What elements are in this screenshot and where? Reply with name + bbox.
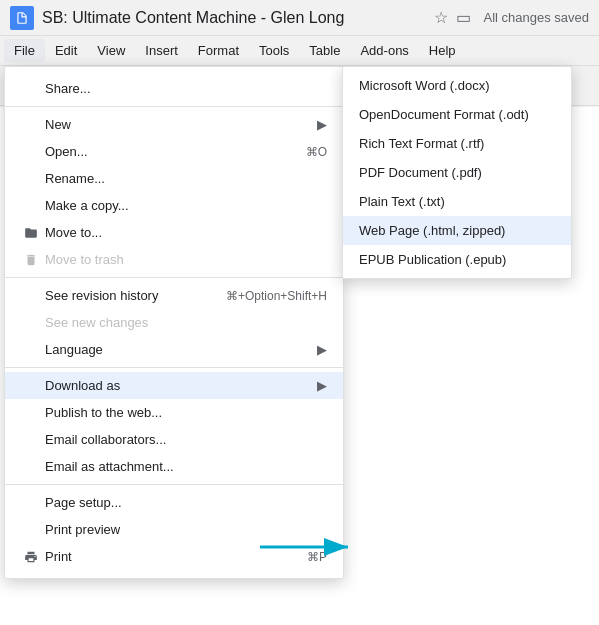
- menu-edit[interactable]: Edit: [45, 39, 87, 62]
- submenu-rtf[interactable]: Rich Text Format (.rtf): [343, 129, 571, 158]
- copy-label: Make a copy...: [45, 198, 327, 213]
- revision-label: See revision history: [45, 288, 206, 303]
- menu-file[interactable]: File: [4, 39, 45, 62]
- file-menu-dropdown: Share... New ▶ Open... ⌘O Rename... Make…: [4, 66, 344, 579]
- menu-move-to[interactable]: Move to...: [5, 219, 343, 246]
- download-submenu: Microsoft Word (.docx) OpenDocument Form…: [342, 66, 572, 279]
- submenu-docx[interactable]: Microsoft Word (.docx): [343, 71, 571, 100]
- title-bar: SB: Ultimate Content Machine - Glen Long…: [0, 0, 599, 36]
- revision-shortcut: ⌘+Option+Shift+H: [226, 289, 327, 303]
- pdf-label: PDF Document (.pdf): [359, 165, 482, 180]
- docx-label: Microsoft Word (.docx): [359, 78, 490, 93]
- submenu-pdf[interactable]: PDF Document (.pdf): [343, 158, 571, 187]
- submenu-html[interactable]: Web Page (.html, zipped): [343, 216, 571, 245]
- menu-format[interactable]: Format: [188, 39, 249, 62]
- download-arrow: ▶: [317, 378, 327, 393]
- new-arrow: ▶: [317, 117, 327, 132]
- download-as-label: Download as: [45, 378, 309, 393]
- menu-trash: Move to trash: [5, 246, 343, 273]
- menu-help[interactable]: Help: [419, 39, 466, 62]
- epub-label: EPUB Publication (.epub): [359, 252, 506, 267]
- email-collab-label: Email collaborators...: [45, 432, 327, 447]
- menu-tools[interactable]: Tools: [249, 39, 299, 62]
- folder-move-icon: [21, 226, 41, 240]
- star-icon[interactable]: ☆: [434, 8, 448, 27]
- new-changes-label: See new changes: [45, 315, 327, 330]
- submenu-txt[interactable]: Plain Text (.txt): [343, 187, 571, 216]
- submenu-odt[interactable]: OpenDocument Format (.odt): [343, 100, 571, 129]
- menu-language[interactable]: Language ▶: [5, 336, 343, 363]
- menu-page-setup[interactable]: Page setup...: [5, 489, 343, 516]
- trash-label: Move to trash: [45, 252, 327, 267]
- open-shortcut: ⌘O: [306, 145, 327, 159]
- move-to-label: Move to...: [45, 225, 327, 240]
- menu-section-print: Page setup... Print preview Print ⌘P: [5, 485, 343, 574]
- menu-open[interactable]: Open... ⌘O: [5, 138, 343, 165]
- saved-status: All changes saved: [483, 10, 589, 25]
- menu-section-revision: See revision history ⌘+Option+Shift+H Se…: [5, 278, 343, 368]
- menu-new[interactable]: New ▶: [5, 111, 343, 138]
- menu-revision[interactable]: See revision history ⌘+Option+Shift+H: [5, 282, 343, 309]
- menu-section-file-ops: New ▶ Open... ⌘O Rename... Make a copy..…: [5, 107, 343, 278]
- menu-insert[interactable]: Insert: [135, 39, 188, 62]
- submenu-epub[interactable]: EPUB Publication (.epub): [343, 245, 571, 274]
- email-attach-label: Email as attachment...: [45, 459, 327, 474]
- share-label: Share...: [45, 81, 327, 96]
- menu-share[interactable]: Share...: [5, 75, 343, 102]
- menu-bar: File Edit View Insert Format Tools Table…: [0, 36, 599, 66]
- language-label: Language: [45, 342, 309, 357]
- menu-table[interactable]: Table: [299, 39, 350, 62]
- menu-section-share: Share...: [5, 71, 343, 107]
- rtf-label: Rich Text Format (.rtf): [359, 136, 484, 151]
- menu-rename[interactable]: Rename...: [5, 165, 343, 192]
- menu-publish[interactable]: Publish to the web...: [5, 399, 343, 426]
- publish-label: Publish to the web...: [45, 405, 327, 420]
- language-arrow: ▶: [317, 342, 327, 357]
- menu-email-attach[interactable]: Email as attachment...: [5, 453, 343, 480]
- doc-icon: [10, 6, 34, 30]
- menu-download-as[interactable]: Download as ▶: [5, 372, 343, 399]
- new-label: New: [45, 117, 309, 132]
- document-title: SB: Ultimate Content Machine - Glen Long: [42, 9, 434, 27]
- menu-section-download: Download as ▶ Publish to the web... Emai…: [5, 368, 343, 485]
- menu-new-changes: See new changes: [5, 309, 343, 336]
- menu-email-collab[interactable]: Email collaborators...: [5, 426, 343, 453]
- folder-icon[interactable]: ▭: [456, 8, 471, 27]
- print-label: Print: [45, 549, 287, 564]
- menu-copy[interactable]: Make a copy...: [5, 192, 343, 219]
- print-preview-label: Print preview: [45, 522, 327, 537]
- menu-view[interactable]: View: [87, 39, 135, 62]
- odt-label: OpenDocument Format (.odt): [359, 107, 529, 122]
- title-icons: ☆ ▭: [434, 8, 471, 27]
- open-label: Open...: [45, 144, 286, 159]
- page-setup-label: Page setup...: [45, 495, 327, 510]
- txt-label: Plain Text (.txt): [359, 194, 445, 209]
- menu-addons[interactable]: Add-ons: [350, 39, 418, 62]
- rename-label: Rename...: [45, 171, 327, 186]
- print-icon: [21, 550, 41, 564]
- trash-icon: [21, 253, 41, 267]
- web-page-arrow: [258, 536, 358, 558]
- html-label: Web Page (.html, zipped): [359, 223, 505, 238]
